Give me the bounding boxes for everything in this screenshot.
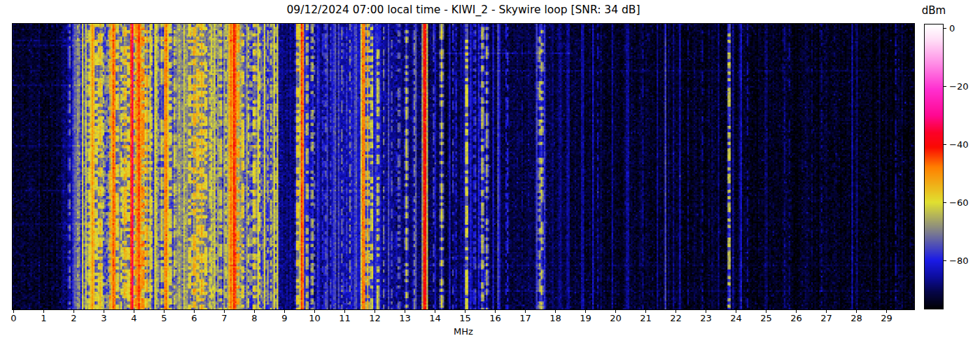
x-tick-label: 22 xyxy=(670,313,682,323)
x-tick-label: 16 xyxy=(489,313,501,323)
x-tick-label: 18 xyxy=(550,313,561,323)
x-tick-label: 28 xyxy=(850,313,862,323)
x-tick-label: 1 xyxy=(41,313,46,323)
x-tick-label: 12 xyxy=(369,313,381,323)
x-tick-label: 27 xyxy=(820,313,832,323)
colorbar-tick-label: −80 xyxy=(949,255,968,266)
colorbar-title: dBm xyxy=(916,4,952,17)
x-tick-label: 2 xyxy=(71,313,76,323)
colorbar-tick-mark xyxy=(944,86,946,87)
x-tick-label: 19 xyxy=(580,313,592,323)
colorbar-tick-mark xyxy=(944,202,946,203)
colorbar-tick-mark xyxy=(944,260,946,261)
x-tick-label: 5 xyxy=(161,313,167,323)
x-tick-label: 29 xyxy=(881,313,892,323)
x-tick-label: 21 xyxy=(640,313,652,323)
colorbar-canvas xyxy=(925,24,943,309)
spectrogram-figure: 09/12/2024 07:00 local time - KIWI_2 - S… xyxy=(0,0,980,350)
x-tick-label: 24 xyxy=(730,313,742,323)
waterfall-canvas xyxy=(13,24,914,309)
x-axis-label: MHz xyxy=(12,326,915,337)
x-tick-label: 26 xyxy=(790,313,802,323)
colorbar xyxy=(924,24,944,309)
x-tick-label: 9 xyxy=(281,313,287,323)
x-tick-label: 13 xyxy=(399,313,411,323)
x-tick-label: 17 xyxy=(519,313,531,323)
chart-title: 09/12/2024 07:00 local time - KIWI_2 - S… xyxy=(12,4,915,16)
x-tick-label: 15 xyxy=(459,313,471,323)
x-tick-label: 3 xyxy=(101,313,106,323)
colorbar-tick-mark xyxy=(944,144,946,145)
colorbar-tick-label: −20 xyxy=(949,81,968,92)
x-tick-label: 10 xyxy=(309,313,321,323)
x-tick-label: 7 xyxy=(221,313,227,323)
x-tick-label: 6 xyxy=(191,313,197,323)
x-tick-label: 25 xyxy=(760,313,772,323)
colorbar-tick-label: −40 xyxy=(949,139,968,150)
x-tick-label: 0 xyxy=(10,313,16,323)
x-tick-label: 4 xyxy=(131,313,136,323)
colorbar-tick-label: −60 xyxy=(949,197,968,208)
x-tick-label: 20 xyxy=(610,313,622,323)
waterfall-plot xyxy=(12,23,915,310)
x-tick-label: 11 xyxy=(339,313,351,323)
colorbar-tick-mark xyxy=(944,28,946,29)
colorbar-tick-label: 0 xyxy=(949,22,955,33)
x-tick-label: 8 xyxy=(251,313,257,323)
x-tick-label: 14 xyxy=(429,313,441,323)
x-tick-label: 23 xyxy=(700,313,712,323)
